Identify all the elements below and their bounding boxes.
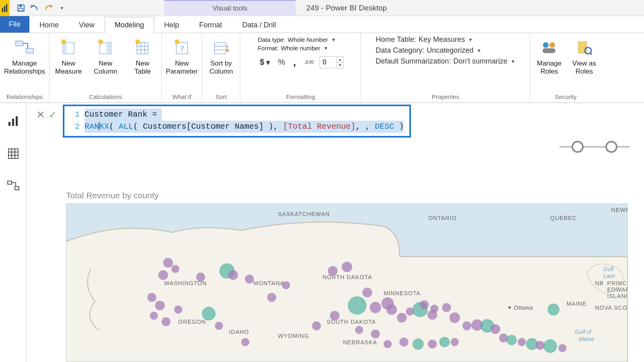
ribbon-group-label: Calculations bbox=[89, 92, 122, 102]
data-category-dropdown[interactable]: Data Category: Uncategorized ▼ bbox=[376, 46, 515, 55]
tab-data-drill[interactable]: Data / Drill bbox=[232, 17, 286, 33]
ribbon-group-relationships: Manage Relationships Relationships bbox=[0, 33, 50, 103]
svg-rect-23 bbox=[215, 43, 226, 54]
svg-point-54 bbox=[370, 302, 381, 313]
chevron-down-icon: ▼ bbox=[331, 37, 336, 43]
svg-rect-7 bbox=[26, 48, 33, 53]
map-label: WYOMING bbox=[278, 333, 309, 339]
decimal-places-icon: .0.00 bbox=[302, 59, 316, 66]
ribbon-group-label: What If bbox=[172, 92, 192, 102]
formula-fn-rankx: RAN bbox=[85, 122, 99, 131]
data-category-label: Data Category: bbox=[376, 46, 424, 55]
manage-roles-button[interactable]: Manage Roles bbox=[533, 36, 565, 77]
formula-cancel-button[interactable]: ✕ bbox=[36, 109, 45, 121]
slider-thumb-right[interactable] bbox=[605, 141, 617, 153]
thousands-separator-button[interactable]: , bbox=[291, 55, 298, 70]
map-label: PRINC bbox=[607, 280, 627, 286]
manage-relationships-label: Manage Relationships bbox=[4, 60, 45, 75]
slider-thumb-left[interactable] bbox=[572, 141, 584, 153]
slider-track bbox=[617, 146, 630, 148]
svg-point-83 bbox=[215, 322, 223, 330]
report-canvas[interactable]: ✕ ✓ 1 Customer Rank = 2 RANKX( ALL( Cust… bbox=[27, 103, 644, 362]
svg-point-94 bbox=[440, 337, 449, 347]
formula-line-1: Customer Rank = bbox=[85, 110, 157, 119]
save-button[interactable] bbox=[15, 2, 27, 14]
new-table-button[interactable]: New Table bbox=[127, 36, 158, 77]
svg-point-80 bbox=[161, 317, 170, 326]
spin-up-button[interactable]: ▲ bbox=[336, 57, 343, 62]
formula-open: ( bbox=[109, 122, 119, 131]
svg-point-57 bbox=[397, 313, 407, 323]
map-visual[interactable]: SASKATCHEWAN ONTARIO QUEBEC NEWF Gulf La… bbox=[66, 204, 628, 362]
undo-button[interactable] bbox=[29, 2, 40, 14]
svg-point-27 bbox=[549, 42, 555, 48]
svg-point-79 bbox=[150, 312, 158, 320]
window-title: 249 - Power BI Desktop bbox=[296, 0, 387, 16]
currency-format-button[interactable]: $ ▾ bbox=[258, 56, 272, 68]
svg-rect-2 bbox=[6, 4, 7, 12]
default-summarization-label: Default Summarization: bbox=[376, 57, 451, 66]
formula-editor[interactable]: 1 Customer Rank = 2 RANKX( ALL( Customer… bbox=[63, 105, 411, 138]
spin-down-button[interactable]: ▼ bbox=[336, 62, 343, 68]
data-category-value: Uncategorized bbox=[427, 46, 473, 55]
svg-point-85 bbox=[267, 293, 276, 302]
new-parameter-icon: ? bbox=[172, 38, 192, 57]
svg-point-50 bbox=[328, 266, 338, 276]
map-label: Maine bbox=[579, 336, 594, 342]
tab-help[interactable]: Help bbox=[154, 17, 189, 33]
data-type-dropdown[interactable]: Data type: Whole Number ▼ bbox=[258, 36, 336, 43]
svg-rect-34 bbox=[16, 116, 18, 126]
manage-roles-label: Manage Roles bbox=[537, 60, 561, 75]
svg-point-26 bbox=[543, 42, 549, 48]
new-parameter-button[interactable]: ? New Parameter bbox=[165, 36, 198, 77]
chevron-down-icon: ▼ bbox=[511, 59, 516, 64]
format-dropdown[interactable]: Format: Whole number ▼ bbox=[258, 45, 328, 51]
view-as-roles-button[interactable]: View as Roles bbox=[570, 36, 598, 77]
svg-point-60 bbox=[420, 300, 429, 309]
map-label: NEWF bbox=[611, 207, 627, 213]
map-label: ISLANI bbox=[607, 293, 627, 299]
decimal-places-input[interactable] bbox=[320, 58, 336, 66]
title-bar: ▼ Visual tools 249 - Power BI Desktop bbox=[0, 0, 644, 16]
svg-point-93 bbox=[428, 339, 437, 348]
range-slider[interactable] bbox=[559, 141, 630, 153]
map-label: Lawr bbox=[603, 273, 616, 279]
tab-modeling[interactable]: Modeling bbox=[105, 17, 154, 33]
map-label: NEBRASKA bbox=[343, 339, 377, 346]
workspace: ✕ ✓ 1 Customer Rank = 2 RANKX( ALL( Cust… bbox=[0, 103, 644, 362]
new-measure-button[interactable]: New Measure bbox=[53, 36, 84, 77]
home-table-dropdown[interactable]: Home Table: Key Measures ▼ bbox=[376, 35, 515, 44]
format-value: Whole number bbox=[281, 45, 320, 51]
svg-point-90 bbox=[384, 340, 392, 348]
model-view-button[interactable] bbox=[4, 177, 22, 195]
new-column-button[interactable]: New Column bbox=[90, 36, 121, 77]
formula-commit-button[interactable]: ✓ bbox=[48, 109, 57, 121]
sort-icon bbox=[211, 38, 231, 57]
data-type-label: Data type: bbox=[258, 36, 285, 43]
new-measure-icon bbox=[59, 38, 78, 57]
manage-roles-icon bbox=[539, 38, 559, 57]
tab-home[interactable]: Home bbox=[29, 17, 69, 33]
new-parameter-label: New Parameter bbox=[166, 60, 198, 75]
qat-customize-button[interactable]: ▼ bbox=[56, 2, 68, 14]
map-label: MAINE bbox=[566, 300, 586, 307]
manage-relationships-button[interactable]: Manage Relationships bbox=[3, 36, 46, 77]
svg-rect-12 bbox=[106, 43, 110, 54]
chevron-down-icon: ▼ bbox=[468, 37, 473, 43]
svg-point-53 bbox=[362, 288, 372, 297]
tab-format[interactable]: Format bbox=[189, 17, 232, 33]
app-icon bbox=[0, 0, 10, 16]
default-summarization-dropdown[interactable]: Default Summarization: Don't summarize ▼ bbox=[376, 57, 515, 66]
svg-point-81 bbox=[174, 306, 182, 314]
redo-button[interactable] bbox=[43, 2, 54, 14]
svg-rect-14 bbox=[137, 43, 148, 54]
svg-text:?: ? bbox=[180, 44, 184, 53]
sort-by-column-button[interactable]: Sort by Column bbox=[205, 36, 237, 77]
data-view-button[interactable] bbox=[4, 145, 22, 162]
view-as-roles-icon bbox=[574, 38, 594, 57]
decimal-places-stepper[interactable]: ▲ ▼ bbox=[320, 56, 343, 68]
tab-view[interactable]: View bbox=[69, 17, 105, 33]
file-tab[interactable]: File bbox=[0, 16, 29, 33]
report-view-button[interactable] bbox=[4, 113, 22, 130]
percent-format-button[interactable]: % bbox=[276, 56, 287, 68]
